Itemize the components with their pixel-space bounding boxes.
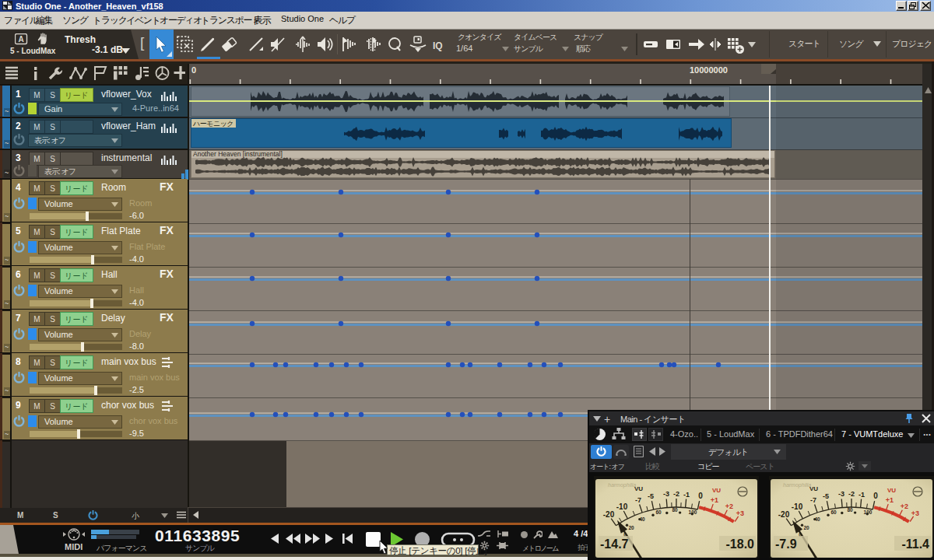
- svg-text:-20: -20: [603, 510, 615, 519]
- svg-text:-1: -1: [859, 491, 865, 499]
- svg-text:+3: +3: [911, 509, 919, 517]
- svg-text:60: 60: [655, 509, 662, 515]
- svg-text:0: 0: [873, 492, 878, 500]
- svg-text:-20: -20: [778, 510, 790, 519]
- svg-text:-5: -5: [648, 492, 654, 500]
- svg-text:80: 80: [672, 507, 678, 513]
- svg-text:-18.0: -18.0: [726, 537, 755, 551]
- svg-text:harmophilia: harmophilia: [608, 482, 636, 488]
- svg-text:-2: -2: [673, 490, 679, 498]
- svg-text:-10: -10: [616, 502, 628, 511]
- svg-text:-7.9: -7.9: [775, 537, 797, 551]
- svg-text:-11.4: -11.4: [901, 537, 929, 551]
- svg-text:VU: VU: [712, 487, 721, 494]
- svg-text:+1: +1: [886, 496, 894, 504]
- svg-text:-3: -3: [663, 490, 669, 498]
- svg-text:+1: +1: [711, 496, 718, 504]
- svg-text:+2: +2: [901, 502, 908, 510]
- svg-text:-2: -2: [848, 490, 855, 498]
- svg-text:-5: -5: [823, 492, 829, 500]
- svg-text:-7: -7: [810, 496, 816, 504]
- svg-text:-14.7: -14.7: [600, 537, 629, 551]
- svg-text:-1: -1: [683, 491, 690, 499]
- svg-text:80: 80: [847, 507, 853, 513]
- svg-text:harmophilia: harmophilia: [783, 482, 811, 488]
- svg-text:0: 0: [698, 492, 703, 500]
- svg-text:VU: VU: [887, 487, 896, 494]
- svg-text:-3: -3: [838, 490, 844, 498]
- svg-text:+3: +3: [736, 509, 744, 517]
- svg-text:A: A: [18, 35, 23, 44]
- svg-text:-10: -10: [792, 502, 803, 511]
- svg-text:+2: +2: [725, 502, 733, 510]
- svg-text:-7: -7: [635, 496, 641, 504]
- svg-text:20: 20: [628, 525, 634, 530]
- svg-text:60: 60: [830, 509, 837, 515]
- svg-text:20: 20: [803, 525, 809, 530]
